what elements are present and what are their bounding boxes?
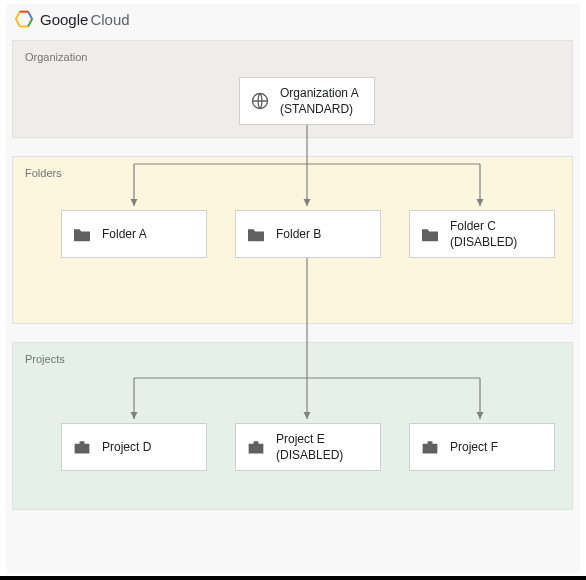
project-f-node: Project F xyxy=(409,423,555,471)
project-d-node: Project D xyxy=(61,423,207,471)
organization-zone-label: Organization xyxy=(25,51,87,63)
projects-zone-label: Projects xyxy=(25,353,65,365)
folders-zone-label: Folders xyxy=(25,167,62,179)
brand-text: GoogleCloud xyxy=(40,11,130,28)
organization-node: Organization A (STANDARD) xyxy=(239,77,375,125)
organization-tier: (STANDARD) xyxy=(280,101,359,117)
folder-icon xyxy=(420,226,440,242)
folder-a-node: Folder A xyxy=(61,210,207,258)
briefcase-icon xyxy=(72,438,92,456)
project-d-name: Project D xyxy=(102,439,151,455)
brand-cloud: Cloud xyxy=(90,11,129,28)
folder-c-name: Folder C xyxy=(450,219,496,233)
folder-c-node: Folder C (DISABLED) xyxy=(409,210,555,258)
project-e-name: Project E xyxy=(276,432,325,446)
briefcase-icon xyxy=(420,438,440,456)
brand-logo: GoogleCloud xyxy=(14,10,130,28)
globe-icon xyxy=(250,91,270,111)
project-f-name: Project F xyxy=(450,439,498,455)
briefcase-icon xyxy=(246,438,266,456)
folder-b-name: Folder B xyxy=(276,226,321,242)
folder-icon xyxy=(246,226,266,242)
project-e-node: Project E (DISABLED) xyxy=(235,423,381,471)
footer-bar xyxy=(0,576,586,580)
diagram-canvas: GoogleCloud Organization Folders Project… xyxy=(6,4,580,574)
brand-google: Google xyxy=(40,11,88,28)
folder-b-node: Folder B xyxy=(235,210,381,258)
folder-icon xyxy=(72,226,92,242)
folder-a-name: Folder A xyxy=(102,226,147,242)
folder-c-state: (DISABLED) xyxy=(450,234,517,250)
google-cloud-hex-icon xyxy=(14,10,34,28)
organization-name: Organization A xyxy=(280,86,359,100)
project-e-state: (DISABLED) xyxy=(276,447,343,463)
